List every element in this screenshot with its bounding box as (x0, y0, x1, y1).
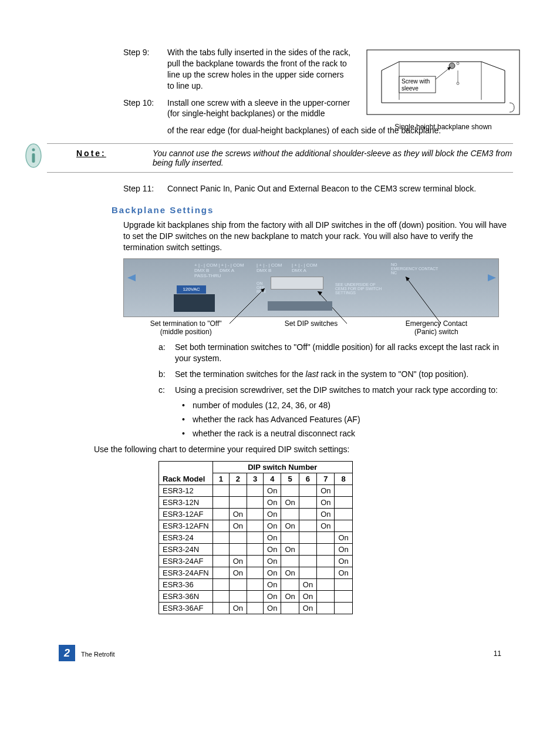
substep-a: a: Set both termination switches to "Off… (158, 342, 513, 364)
table-row: ESR3-36OnOn (159, 578, 353, 590)
dip-cell: On (299, 602, 316, 614)
svg-marker-18 (406, 277, 410, 281)
dip-cell (212, 578, 229, 590)
dip-cell (247, 496, 264, 508)
dip-cell (317, 567, 335, 578)
dip-cell: On (229, 602, 247, 614)
dip-cell: On (264, 602, 281, 614)
dip-cell: On (281, 520, 299, 531)
dip-cell (229, 531, 247, 543)
step-9: Step 9: With the tabs fully inserted in … (123, 47, 352, 92)
use-chart-text: Use the following chart to determine you… (94, 444, 513, 455)
dip-cell (317, 543, 335, 555)
bullet-text: whether the rack has Advanced Features (… (193, 415, 360, 424)
dip-cell (281, 484, 299, 496)
dip-cell: On (264, 531, 281, 543)
backplane-photo: + | - | COM | + | - | COM DMX B DMX A PA… (123, 258, 499, 317)
bullet-text: number of modules (12, 24, 36, or 48) (193, 401, 330, 410)
svg-marker-20 (488, 274, 496, 281)
dip-cell (229, 543, 247, 555)
dip-switch-table: Rack Model DIP switch Number 12345678 ES… (158, 461, 353, 614)
rack-model-cell: ESR3-12 (159, 484, 213, 496)
bullet-icon: • (182, 429, 193, 438)
dip-cell (335, 508, 352, 520)
dip-cell: On (299, 590, 316, 602)
dip-cell (335, 578, 352, 590)
dip-cell: On (317, 520, 335, 531)
text: rack in the system to "ON" (top position… (318, 369, 468, 379)
dip-cell: On (229, 508, 247, 520)
dip-cell (247, 520, 264, 531)
page: Step 9: With the tabs fully inserted in … (0, 0, 560, 685)
table-row: ESR3-24AFNOnOnOnOn (159, 567, 353, 578)
table-row: ESR3-36NOnOnOn (159, 590, 353, 602)
text-italic: last (306, 369, 319, 379)
dip-col-header: 7 (317, 473, 335, 484)
table-row: ESR3-12AFOnOnOn (159, 508, 353, 520)
note-callout: Note: You cannot use the screws without … (47, 143, 513, 173)
rack-model-cell: ESR3-24AFN (159, 567, 213, 578)
dip-col-header: 3 (247, 473, 264, 484)
svg-marker-19 (127, 274, 136, 281)
dip-cell (247, 508, 264, 520)
page-number: 11 (494, 650, 501, 658)
rack-model-header: Rack Model (159, 461, 213, 484)
dip-cell: On (317, 484, 335, 496)
rack-model-cell: ESR3-12AF (159, 508, 213, 520)
dip-col-header: 4 (264, 473, 281, 484)
dip-cell: On (281, 567, 299, 578)
substep-c: c: Using a precision screwdriver, set th… (158, 385, 513, 396)
dip-cell: On (299, 578, 316, 590)
dip-cell: On (264, 543, 281, 555)
dip-cell: On (264, 578, 281, 590)
dip-cell (247, 567, 264, 578)
step-label: Step 9: (123, 47, 167, 92)
substep-label: c: (158, 385, 175, 396)
dip-cell: On (317, 508, 335, 520)
dip-cell (212, 567, 229, 578)
dip-cell (299, 543, 316, 555)
dip-cell (335, 590, 352, 602)
text: Set the termination switches for the (175, 369, 306, 379)
dip-cell (299, 555, 316, 567)
dip-cell (299, 508, 316, 520)
dip-cell (317, 578, 335, 590)
screw-label-line2: sleeve (402, 85, 419, 92)
chapter-badge: 2 (59, 645, 75, 661)
step-body: With the tabs fully inserted in the side… (167, 47, 352, 92)
dip-cell (212, 520, 229, 531)
dip-col-header: 2 (229, 473, 247, 484)
dip-col-header: 5 (281, 473, 299, 484)
dip-col-header: 8 (335, 473, 352, 484)
dip-cell: On (264, 555, 281, 567)
dip-cell (317, 531, 335, 543)
dip-cell: On (229, 520, 247, 531)
dip-cell (247, 543, 264, 555)
dip-cell (212, 602, 229, 614)
screw-label-line1: Screw with (402, 78, 430, 85)
dip-cell (281, 555, 299, 567)
dip-cell (212, 508, 229, 520)
dip-col-header: 6 (299, 473, 316, 484)
section-header-backplane-settings: Backplane Settings (112, 205, 513, 215)
dip-cell (317, 555, 335, 567)
dip-cell (299, 496, 316, 508)
dip-cell (299, 567, 316, 578)
substep-label: b: (158, 369, 175, 380)
backplane-intro: Upgrade kit backplanes ship from the fac… (123, 220, 513, 253)
dip-cell (299, 531, 316, 543)
dip-cell: On (281, 496, 299, 508)
dip-cell (317, 602, 335, 614)
dip-cell (212, 555, 229, 567)
dip-cell (281, 531, 299, 543)
step-10: Step 10: Install one screw with a sleeve… (123, 97, 352, 120)
dip-cell (247, 531, 264, 543)
dip-cell (212, 531, 229, 543)
dip-cell: On (264, 520, 281, 531)
dip-cell: On (335, 555, 352, 567)
dip-cell (281, 602, 299, 614)
dip-cell (212, 590, 229, 602)
rack-model-cell: ESR3-36 (159, 578, 213, 590)
rack-model-cell: ESR3-36AF (159, 602, 213, 614)
screw-diagram-svg: Screw with sleeve (364, 47, 522, 117)
